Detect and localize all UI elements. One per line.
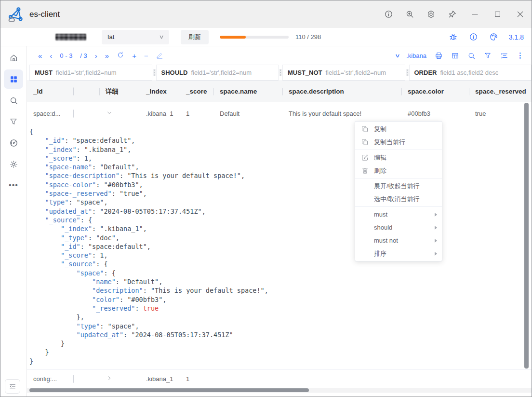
edit-icon: [361, 154, 369, 161]
remove-row-button[interactable]: −: [144, 52, 148, 59]
menu-item-label: 展开/收起当前行: [374, 182, 420, 191]
env-select[interactable]: fat ∨: [102, 30, 169, 44]
index-name-label[interactable]: .kibana: [406, 52, 426, 59]
header-checkbox[interactable]: [73, 87, 74, 96]
query-must-not-hint: field1='str',field2=num: [326, 69, 386, 76]
menu-item-label: 编辑: [374, 153, 386, 162]
column-settings-button[interactable]: [500, 52, 508, 60]
menu-item-toggle-expand-row[interactable]: 展开/收起当前行: [355, 179, 442, 192]
horizontal-scrollbar: [27, 388, 532, 393]
reload-button[interactable]: [117, 51, 124, 60]
pencil-icon: [156, 52, 163, 59]
cell-space-name: Default: [220, 110, 289, 117]
sidebar-item-filter[interactable]: [4, 112, 23, 131]
last-page-button[interactable]: »: [105, 52, 109, 59]
menu-item-should[interactable]: should: [355, 221, 442, 234]
page-range[interactable]: 0 - 3: [60, 53, 72, 59]
add-row-button[interactable]: +: [132, 52, 136, 59]
info-circle-icon: [469, 32, 478, 41]
cell-space-reserved: true: [475, 110, 532, 117]
bug-icon: [449, 32, 458, 41]
refresh-button[interactable]: 刷新: [181, 30, 209, 44]
about-button[interactable]: [469, 32, 478, 41]
close-button[interactable]: [515, 10, 525, 19]
maximize-button[interactable]: [492, 10, 502, 19]
sidebar-item-more[interactable]: •••: [4, 176, 23, 195]
edit-row-button[interactable]: [156, 52, 163, 60]
sidebar-item-data-browser[interactable]: [4, 69, 23, 89]
sidebar-collapse-toggle[interactable]: [5, 379, 20, 394]
menu-item-copy[interactable]: 复制: [355, 123, 442, 136]
sidebar-item-home[interactable]: [4, 48, 23, 68]
sidebar-item-settings[interactable]: [4, 154, 23, 174]
zoom-button[interactable]: [405, 10, 414, 19]
menu-item-copy-row[interactable]: 复制当前行: [355, 136, 442, 149]
menu-item-label: 选中/取消当前行: [374, 195, 420, 204]
drag-handle[interactable]: [279, 65, 282, 81]
submenu-arrow-icon: [435, 226, 437, 230]
menu-item-must-not[interactable]: must not: [355, 234, 442, 247]
vertical-scrollbar-thumb[interactable]: [524, 103, 529, 369]
column-header-space-description[interactable]: space.description: [289, 88, 408, 95]
query-must-cell[interactable]: MUST field1='str',field2=num: [29, 65, 152, 81]
drag-handle[interactable]: [405, 65, 409, 81]
first-page-button[interactable]: «: [38, 52, 42, 59]
column-header-space-color[interactable]: space.color: [408, 88, 475, 95]
filter-button[interactable]: [484, 52, 492, 60]
column-header-space-name[interactable]: space.name: [220, 88, 289, 95]
table-header: _id 详细 _index _score space.name space.de…: [27, 81, 532, 102]
json-viewer[interactable]: { "_id": "space:default", "_index": ".ki…: [27, 125, 532, 366]
row-checkbox[interactable]: [73, 375, 74, 383]
cell-score: 1: [186, 110, 220, 117]
query-order-cell[interactable]: ORDER field1 asc,field2 desc: [409, 65, 532, 81]
username-redacted: [55, 34, 86, 41]
table-view-button[interactable]: [451, 52, 459, 60]
env-select-value: fat: [107, 33, 114, 41]
funnel-icon: [9, 117, 18, 126]
cell-id: space:d...: [33, 110, 73, 117]
query-should-label: SHOULD: [161, 69, 188, 76]
bug-report-button[interactable]: [449, 32, 458, 41]
cell-score: 1: [186, 375, 220, 383]
horizontal-scrollbar-thumb[interactable]: [29, 388, 309, 392]
search-button[interactable]: [467, 52, 476, 60]
row-checkbox[interactable]: [73, 110, 74, 118]
next-page-button[interactable]: ›: [95, 52, 97, 59]
more-menu-button[interactable]: ⋮: [517, 52, 525, 60]
row-detail-panel: { "_id": "space:default", "_index": ".ki…: [27, 125, 532, 370]
info-button[interactable]: [384, 10, 393, 19]
settings-button[interactable]: [426, 10, 436, 19]
chevron-down-icon[interactable]: [106, 109, 113, 117]
search-icon: [467, 52, 476, 60]
query-must-not-label: MUST_NOT: [288, 69, 322, 76]
query-must-not-cell[interactable]: MUST_NOT field1='str',field2=num: [282, 65, 405, 81]
menu-item-must[interactable]: must: [355, 208, 442, 221]
version-label[interactable]: 3.1.8: [509, 33, 524, 41]
menu-item-delete[interactable]: 删除: [355, 164, 442, 177]
minimize-button[interactable]: [470, 10, 479, 19]
column-header-score[interactable]: _score: [186, 88, 220, 95]
gauge-icon: [9, 138, 18, 148]
menu-item-edit[interactable]: 编辑: [355, 151, 442, 164]
column-header-space-reserved[interactable]: space._reserved: [475, 88, 532, 95]
sidebar-item-monitor[interactable]: [4, 133, 23, 152]
menu-item-sort[interactable]: 排序: [355, 247, 442, 260]
column-header-id[interactable]: _id: [33, 88, 73, 95]
query-order-hint: field1 asc,field2 desc: [440, 69, 498, 76]
pin-button[interactable]: [447, 10, 457, 19]
query-should-cell[interactable]: SHOULD field1='str',field2=num: [156, 65, 279, 81]
table-row[interactable]: space:d... .kibana_1 1 Default This is y…: [27, 102, 532, 125]
drag-handle[interactable]: [152, 65, 156, 81]
theme-button[interactable]: [489, 32, 498, 41]
panel-collapse-chevron-icon[interactable]: ∨: [395, 53, 400, 59]
settings-nut-icon: [426, 10, 436, 19]
table-row[interactable]: config:... .kibana_1 1: [27, 370, 532, 388]
prev-page-button[interactable]: ‹: [50, 52, 52, 59]
chevron-right-icon[interactable]: [106, 374, 113, 382]
page-size[interactable]: / 3: [80, 53, 87, 59]
list-settings-icon: [500, 52, 508, 60]
sidebar-item-search[interactable]: [4, 91, 23, 110]
print-button[interactable]: [435, 52, 443, 60]
info-icon: [384, 10, 393, 19]
menu-item-toggle-select-row[interactable]: 选中/取消当前行: [355, 192, 442, 205]
